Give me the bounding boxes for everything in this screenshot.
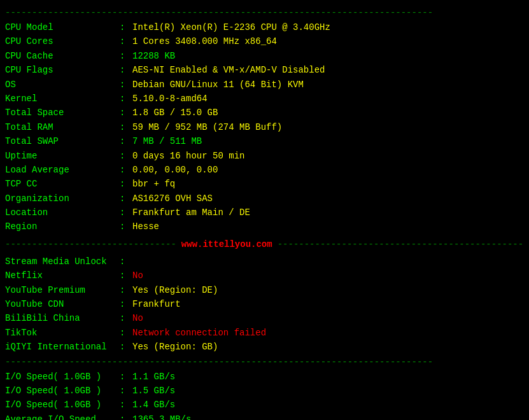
iqiyi-label: iQIYI International: [5, 340, 120, 354]
cpu-cores-label: CPU Cores: [5, 34, 120, 48]
tcp-cc-value: bbr + fq: [132, 177, 175, 191]
table-row: Total SWAP : 7 MB / 511 MB: [5, 134, 524, 148]
region-value: Hesse: [132, 220, 159, 234]
io-speed-2-label: I/O Speed( 1.0GB ): [5, 384, 120, 398]
iqiyi-value: Yes (Region: GB): [132, 340, 218, 354]
load-average-label: Load Average: [5, 163, 120, 177]
avg-io-speed-label: Average I/O Speed: [5, 412, 120, 420]
total-swap-label: Total SWAP: [5, 134, 120, 148]
tiktok-label: TikTok: [5, 326, 120, 340]
os-value: Debian GNU/Linux 11 (64 Bit) KVM: [132, 78, 304, 92]
total-space-value: 1.8 GB / 15.0 GB: [132, 106, 218, 120]
terminal-container: ----------------------------------------…: [5, 8, 524, 420]
organization-value: AS16276 OVH SAS: [132, 192, 213, 206]
cpu-flags-label: CPU Flags: [5, 63, 120, 77]
table-row: CPU Cores : 1 Cores 3408.000 MHz x86_64: [5, 34, 524, 48]
table-row: TCP CC : bbr + fq: [5, 177, 524, 191]
table-row: Uptime : 0 days 16 hour 50 min: [5, 149, 524, 163]
media-section: Stream Media Unlock : Netflix : No YouTu…: [5, 255, 524, 354]
table-row: Total Space : 1.8 GB / 15.0 GB: [5, 106, 524, 120]
location-value: Frankfurt am Main / DE: [132, 206, 250, 220]
total-swap-value: 7 MB / 511 MB: [132, 134, 202, 148]
io-section: I/O Speed( 1.0GB ) : 1.1 GB/s I/O Speed(…: [5, 370, 524, 420]
watermark: www.ittellyou.com: [181, 239, 272, 249]
os-label: OS: [5, 78, 120, 92]
divider-watermark-row: -------------------------------- www.itt…: [5, 237, 524, 252]
table-row: Average I/O Speed : 1365.3 MB/s: [5, 412, 524, 420]
uptime-label: Uptime: [5, 149, 120, 163]
kernel-label: Kernel: [5, 92, 120, 106]
table-row: BiliBili China : No: [5, 311, 524, 325]
io-speed-3-label: I/O Speed( 1.0GB ): [5, 398, 120, 412]
avg-io-speed-value: 1365.3 MB/s: [132, 412, 191, 420]
tcp-cc-label: TCP CC: [5, 177, 120, 191]
netflix-label: Netflix: [5, 269, 120, 283]
cpu-model-value: Intel(R) Xeon(R) E-2236 CPU @ 3.40GHz: [132, 20, 330, 34]
table-row: CPU Model : Intel(R) Xeon(R) E-2236 CPU …: [5, 20, 524, 34]
cpu-cache-label: CPU Cache: [5, 49, 120, 63]
tiktok-value: Network connection failed: [132, 326, 266, 340]
divider-io: ----------------------------------------…: [5, 357, 524, 367]
location-label: Location: [5, 206, 120, 220]
bilibili-value: No: [132, 311, 143, 325]
divider-left: --------------------------------: [5, 239, 176, 249]
uptime-value: 0 days 16 hour 50 min: [132, 149, 244, 163]
table-row: Stream Media Unlock :: [5, 255, 524, 269]
divider-top: ----------------------------------------…: [5, 8, 524, 18]
youtube-premium-value: Yes (Region: DE): [132, 283, 218, 297]
io-speed-1-value: 1.1 GB/s: [132, 370, 175, 384]
table-row: OS : Debian GNU/Linux 11 (64 Bit) KVM: [5, 78, 524, 92]
table-row: Netflix : No: [5, 269, 524, 283]
load-average-value: 0.00, 0.00, 0.00: [132, 163, 218, 177]
table-row: Location : Frankfurt am Main / DE: [5, 206, 524, 220]
table-row: I/O Speed( 1.0GB ) : 1.4 GB/s: [5, 398, 524, 412]
youtube-cdn-value: Frankfurt: [132, 297, 181, 311]
kernel-value: 5.10.0-8-amd64: [132, 92, 208, 106]
io-speed-2-value: 1.5 GB/s: [132, 384, 175, 398]
table-row: Organization : AS16276 OVH SAS: [5, 192, 524, 206]
youtube-premium-label: YouTube Premium: [5, 283, 120, 297]
divider-right: ----------------------------------------…: [278, 239, 524, 249]
io-speed-3-value: 1.4 GB/s: [132, 398, 175, 412]
table-row: YouTube Premium : Yes (Region: DE): [5, 283, 524, 297]
system-info-section: CPU Model : Intel(R) Xeon(R) E-2236 CPU …: [5, 20, 524, 234]
table-row: iQIYI International : Yes (Region: GB): [5, 340, 524, 354]
table-row: I/O Speed( 1.0GB ) : 1.1 GB/s: [5, 370, 524, 384]
table-row: CPU Flags : AES-NI Enabled & VM-x/AMD-V …: [5, 63, 524, 77]
table-row: Kernel : 5.10.0-8-amd64: [5, 92, 524, 106]
cpu-flags-value: AES-NI Enabled & VM-x/AMD-V Disabled: [132, 63, 325, 77]
youtube-cdn-label: YouTube CDN: [5, 297, 120, 311]
region-label: Region: [5, 220, 120, 234]
table-row: Total RAM : 59 MB / 952 MB (274 MB Buff): [5, 120, 524, 134]
table-row: CPU Cache : 12288 KB: [5, 49, 524, 63]
io-speed-1-label: I/O Speed( 1.0GB ): [5, 370, 120, 384]
netflix-value: No: [132, 269, 143, 283]
table-row: YouTube CDN : Frankfurt: [5, 297, 524, 311]
total-ram-value: 59 MB / 952 MB (274 MB Buff): [132, 120, 282, 134]
bilibili-label: BiliBili China: [5, 311, 120, 325]
stream-media-label: Stream Media Unlock: [5, 255, 120, 269]
table-row: Load Average : 0.00, 0.00, 0.00: [5, 163, 524, 177]
cpu-model-label: CPU Model: [5, 20, 120, 34]
total-space-label: Total Space: [5, 106, 120, 120]
total-ram-label: Total RAM: [5, 120, 120, 134]
table-row: I/O Speed( 1.0GB ) : 1.5 GB/s: [5, 384, 524, 398]
table-row: Region : Hesse: [5, 220, 524, 234]
table-row: TikTok : Network connection failed: [5, 326, 524, 340]
cpu-cache-value: 12288 KB: [132, 49, 175, 63]
organization-label: Organization: [5, 192, 120, 206]
cpu-cores-value: 1 Cores 3408.000 MHz x86_64: [132, 34, 277, 48]
